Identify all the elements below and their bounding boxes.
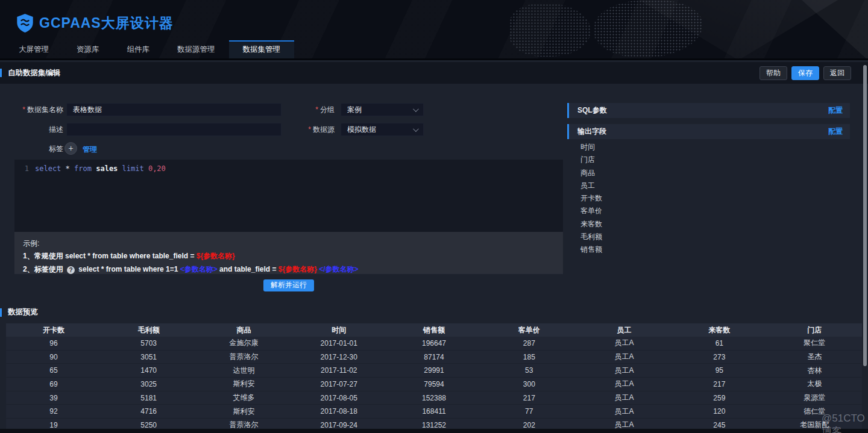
- table-cell: 273: [671, 353, 767, 361]
- table-header-cell: 来客数: [671, 325, 767, 335]
- table-cell: 艾维多: [197, 393, 292, 403]
- example-text-segment: 1、常规使用 select * from table where table_f…: [23, 252, 197, 260]
- table-cell: 杏林: [767, 366, 862, 376]
- table-cell: 77: [482, 407, 577, 416]
- table-cell: 金施尔康: [197, 338, 292, 348]
- table-cell: 39: [6, 394, 101, 402]
- sql-code-line: 1 select * from sales limit 0,20: [14, 163, 563, 174]
- nav-tab[interactable]: 数据源管理: [163, 40, 229, 58]
- sql-usage-hints: 示例: 1、常规使用 select * from table where tab…: [14, 232, 563, 274]
- table-cell: 2017-07-27: [291, 380, 386, 388]
- add-tag-button[interactable]: +: [64, 142, 77, 155]
- sql-code: select * from sales limit 0,20: [35, 163, 166, 174]
- sql-editor[interactable]: 1 select * from sales limit 0,20: [14, 160, 563, 232]
- table-cell: 152388: [386, 394, 482, 402]
- table-cell: 斯利安: [197, 407, 292, 417]
- required-mark: *: [315, 105, 318, 114]
- table-cell: 185: [482, 353, 577, 361]
- table-row: 693025斯利安2017-07-2779594300员工A217太极: [6, 378, 862, 391]
- group-label: *分组: [286, 103, 335, 116]
- output-field-item: 开卡数: [567, 192, 850, 205]
- table-row: 903051普萘洛尔2017-12-3087174185员工A273圣杰: [6, 350, 862, 364]
- table-cell: 2017-08-18: [291, 407, 386, 416]
- table-cell: 287: [482, 339, 577, 347]
- table-cell: 120: [671, 407, 767, 416]
- page-title: 自助数据集编辑: [8, 68, 61, 78]
- output-field-item: 门店: [567, 154, 850, 166]
- parse-and-run-button[interactable]: 解析并运行: [263, 279, 314, 291]
- back-button[interactable]: 返回: [823, 66, 851, 80]
- edit-toolbar: 自助数据集编辑 帮助 保存 返回: [0, 62, 868, 84]
- sql-params-config-link[interactable]: 配置: [828, 105, 843, 116]
- shield-icon: [16, 13, 34, 33]
- table-cell: 217: [671, 380, 767, 388]
- nav-tab[interactable]: 资源库: [63, 40, 113, 58]
- example-text-segment: and table_field =: [218, 265, 278, 273]
- data-preview-header: 数据预览: [0, 307, 38, 317]
- table-cell: 29991: [386, 366, 482, 375]
- question-icon: ?: [67, 266, 75, 274]
- bottom-strip: [0, 429, 868, 433]
- table-cell: 19: [6, 421, 101, 429]
- table-cell: 87174: [386, 353, 482, 361]
- table-header-cell: 时间: [291, 325, 386, 335]
- output-field-item: 员工: [567, 179, 850, 192]
- table-cell: 196647: [386, 339, 482, 347]
- output-field-item: 毛利额: [567, 231, 850, 243]
- table-cell: 员工A: [577, 352, 672, 362]
- dataset-name-input[interactable]: [66, 103, 281, 116]
- table-header-cell: 开卡数: [6, 325, 101, 335]
- table-cell: 168411: [386, 407, 482, 416]
- vertical-scrollbar-thumb[interactable]: [863, 65, 867, 366]
- nav-tab[interactable]: 组件库: [113, 40, 164, 58]
- table-cell: 5703: [101, 339, 197, 347]
- table-cell: 79594: [386, 380, 482, 388]
- output-field-item: 商品: [567, 167, 850, 179]
- chevron-down-icon: [413, 126, 419, 132]
- nav-tab[interactable]: 数据集管理: [229, 40, 295, 58]
- sql-token: 0,20: [148, 164, 166, 173]
- nav-tab[interactable]: 大屏管理: [5, 40, 63, 58]
- tag-manage-link[interactable]: 管理: [83, 145, 97, 155]
- table-row: 965703金施尔康2017-01-01196647287员工A61聚仁堂: [6, 337, 862, 350]
- sql-token: sales: [96, 164, 118, 173]
- hint-line-2: 2、标签使用 ? select * from table where 1=1 <…: [23, 263, 555, 276]
- table-cell: 圣杰: [767, 352, 862, 362]
- output-fields-title: 输出字段: [577, 126, 828, 137]
- tags-label: 标签: [0, 142, 63, 155]
- table-cell: 53: [482, 366, 577, 375]
- table-cell: 员工A: [577, 338, 672, 348]
- example-text-segment: ${参数名称}: [197, 252, 235, 260]
- table-header-cell: 门店: [767, 325, 862, 335]
- help-button[interactable]: 帮助: [760, 66, 787, 80]
- table-cell: 65: [6, 366, 101, 375]
- page: GCPAAS大屏设计器 大屏管理资源库组件库数据源管理数据集管理 自助数据集编辑…: [0, 0, 868, 433]
- example-text-segment: select * from table where 1=1: [77, 265, 180, 273]
- table-header-cell: 客单价: [482, 325, 577, 335]
- data-preview-title: 数据预览: [8, 307, 38, 317]
- table-cell: 斯利安: [197, 379, 292, 389]
- output-field-item: 时间: [567, 141, 850, 154]
- description-input[interactable]: [66, 123, 281, 136]
- table-cell: 3025: [101, 380, 197, 388]
- table-cell: 202: [482, 421, 577, 429]
- table-cell: 2017-09-24: [291, 421, 386, 429]
- required-mark: *: [22, 105, 25, 114]
- table-cell: 259: [671, 394, 767, 402]
- example-text-segment: ${参数名称}: [278, 265, 317, 273]
- table-cell: 2017-11-02: [291, 366, 386, 375]
- sql-token: limit: [122, 164, 144, 173]
- table-header-cell: 商品: [197, 325, 292, 335]
- save-button[interactable]: 保存: [791, 66, 819, 80]
- output-field-item: 客单价: [567, 205, 850, 217]
- table-cell: 5181: [101, 394, 197, 402]
- datasource-select[interactable]: 模拟数据: [341, 123, 424, 136]
- group-select[interactable]: 案例: [341, 103, 424, 116]
- output-fields-config-link[interactable]: 配置: [828, 126, 843, 137]
- table-cell: 245: [671, 421, 767, 429]
- line-number: 1: [14, 163, 35, 174]
- table-row: 395181艾维多2017-08-05152388217员工A259泉源堂: [6, 391, 862, 405]
- table-row: 924716斯利安2017-08-1816841177员工A120德仁堂: [6, 405, 862, 419]
- logo: GCPAAS大屏设计器: [16, 13, 174, 33]
- section-accent-bar: [0, 308, 2, 317]
